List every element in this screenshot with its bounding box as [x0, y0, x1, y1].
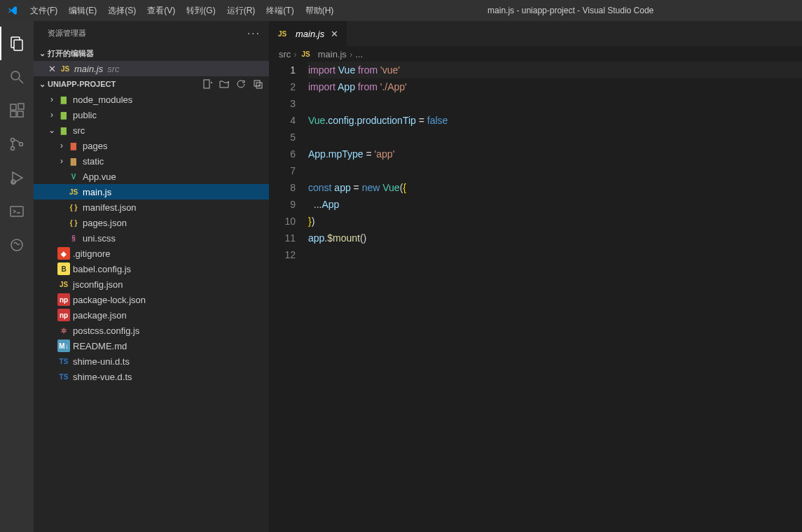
- chevron-down-icon: ⌄: [36, 49, 48, 58]
- tree-file[interactable]: VApp.vue: [34, 169, 269, 184]
- code-line[interactable]: }): [308, 213, 802, 230]
- tree-label: App.vue: [83, 172, 116, 182]
- code-line[interactable]: ...App: [308, 196, 802, 213]
- tree-label: package.json: [73, 310, 127, 321]
- tree-file[interactable]: nppackage-lock.json: [34, 292, 269, 307]
- tree-label: shime-uni.d.ts: [73, 356, 130, 367]
- tree-file[interactable]: JSmain.js: [34, 184, 269, 200]
- code-line[interactable]: Vue.config.productionTip = false: [308, 112, 802, 129]
- line-number: 1: [269, 62, 296, 78]
- line-number: 11: [269, 230, 296, 246]
- code-editor[interactable]: 123456789101112 import Vue from 'vue'imp…: [269, 62, 802, 532]
- line-number: 10: [269, 213, 296, 230]
- code-line[interactable]: const app = new Vue({: [308, 179, 802, 196]
- svg-rect-5: [11, 111, 16, 117]
- code-line[interactable]: App.mpType = 'app': [308, 146, 802, 162]
- sidebar-header: 资源管理器 ···: [34, 21, 269, 46]
- tree-folder[interactable]: ›▇static: [34, 153, 269, 169]
- code-line[interactable]: [308, 129, 802, 146]
- refresh-icon[interactable]: [235, 78, 247, 90]
- line-number: 2: [269, 78, 296, 95]
- tree-file[interactable]: ✲postcss.config.js: [34, 323, 269, 338]
- svg-point-9: [11, 147, 15, 150]
- menubar: 文件(F)编辑(E)选择(S)查看(V)转到(G)运行(R)终端(T)帮助(H): [25, 0, 339, 21]
- tree-file[interactable]: TSshime-vue.d.ts: [34, 369, 269, 384]
- file-icon: M↓: [57, 340, 70, 352]
- breadcrumb-item[interactable]: src: [279, 49, 291, 59]
- editor-tab[interactable]: JS main.js ✕: [269, 21, 347, 46]
- code-line[interactable]: [308, 162, 802, 179]
- svg-point-8: [11, 139, 15, 142]
- chevron-right-icon: ›: [46, 94, 57, 104]
- menu-item[interactable]: 编辑(E): [63, 0, 102, 21]
- tree-folder[interactable]: ›▇public: [34, 107, 269, 122]
- menu-item[interactable]: 转到(G): [181, 0, 221, 21]
- line-number: 8: [269, 179, 296, 196]
- tree-label: node_modules: [73, 94, 132, 105]
- file-icon: JS: [67, 186, 80, 198]
- open-editors-section[interactable]: ⌄ 打开的编辑器: [34, 46, 269, 61]
- open-editor-item[interactable]: ✕ JS main.js src: [34, 61, 269, 76]
- tree-folder[interactable]: ›▇node_modules: [34, 92, 269, 107]
- code-line[interactable]: import App from './App': [308, 78, 802, 95]
- chat-icon[interactable]: [0, 228, 34, 262]
- project-section[interactable]: ⌄ UNIAPP-PROJECT: [34, 76, 269, 92]
- close-icon[interactable]: ✕: [45, 64, 59, 74]
- file-icon: ✲: [57, 324, 70, 337]
- svg-rect-1: [14, 40, 22, 50]
- new-file-icon[interactable]: [202, 78, 213, 90]
- breadcrumbs[interactable]: src›JSmain.js›...: [269, 46, 802, 62]
- tree-file[interactable]: JSjsconfig.json: [34, 276, 269, 292]
- tree-file[interactable]: nppackage.json: [34, 307, 269, 323]
- tree-file[interactable]: ◆.gitignore: [34, 246, 269, 261]
- line-gutter: 123456789101112: [269, 62, 308, 532]
- js-file-icon: JS: [276, 27, 289, 40]
- code-line[interactable]: app.$mount(): [308, 230, 802, 246]
- titlebar: 文件(F)编辑(E)选择(S)查看(V)转到(G)运行(R)终端(T)帮助(H)…: [0, 0, 802, 21]
- menu-item[interactable]: 文件(F): [25, 0, 63, 21]
- close-icon[interactable]: ✕: [329, 29, 340, 39]
- terminal-icon[interactable]: [0, 195, 34, 228]
- line-number: 4: [269, 112, 296, 129]
- editor-area: JS main.js ✕ src›JSmain.js›... 123456789…: [269, 21, 802, 532]
- code-lines[interactable]: import Vue from 'vue'import App from './…: [308, 62, 802, 532]
- menu-item[interactable]: 运行(R): [221, 0, 261, 21]
- tree-file[interactable]: §uni.scss: [34, 230, 269, 246]
- tree-file[interactable]: { }pages.json: [34, 215, 269, 230]
- tree-file[interactable]: { }manifest.json: [34, 200, 269, 215]
- menu-item[interactable]: 帮助(H): [300, 0, 340, 21]
- run-debug-icon[interactable]: [0, 161, 34, 195]
- file-icon: TS: [57, 355, 70, 368]
- tree-label: pages: [83, 141, 107, 151]
- source-control-icon[interactable]: [0, 127, 34, 161]
- code-line[interactable]: import Vue from 'vue': [308, 62, 802, 78]
- menu-item[interactable]: 查看(V): [141, 0, 181, 21]
- chevron-right-icon: ›: [293, 49, 296, 59]
- extensions-icon[interactable]: [0, 94, 34, 127]
- svg-point-2: [11, 71, 20, 80]
- open-file-name: main.js: [74, 64, 103, 74]
- menu-item[interactable]: 选择(S): [102, 0, 141, 21]
- breadcrumb-item[interactable]: main.js: [318, 49, 347, 59]
- tree-folder[interactable]: ⌄▇src: [34, 122, 269, 138]
- new-folder-icon[interactable]: [219, 78, 230, 90]
- chevron-right-icon: ›: [46, 110, 57, 120]
- code-line[interactable]: [308, 246, 802, 263]
- tree-file[interactable]: M↓README.md: [34, 338, 269, 354]
- breadcrumb-item[interactable]: ...: [355, 49, 363, 59]
- file-icon: { }: [67, 216, 80, 229]
- tree-label: manifest.json: [83, 202, 137, 213]
- file-icon: TS: [57, 370, 70, 383]
- tree-label: babel.config.js: [73, 264, 131, 274]
- tree-folder[interactable]: ›▇pages: [34, 138, 269, 153]
- explorer-icon[interactable]: [0, 27, 34, 60]
- line-number: 3: [269, 95, 296, 112]
- code-line[interactable]: [308, 95, 802, 112]
- tree-file[interactable]: Bbabel.config.js: [34, 261, 269, 276]
- collapse-all-icon[interactable]: [252, 78, 263, 90]
- menu-item[interactable]: 终端(T): [261, 0, 299, 21]
- search-icon[interactable]: [0, 60, 34, 94]
- tree-file[interactable]: TSshime-uni.d.ts: [34, 354, 269, 369]
- js-file-icon: JS: [300, 48, 312, 60]
- more-actions-icon[interactable]: ···: [247, 27, 261, 40]
